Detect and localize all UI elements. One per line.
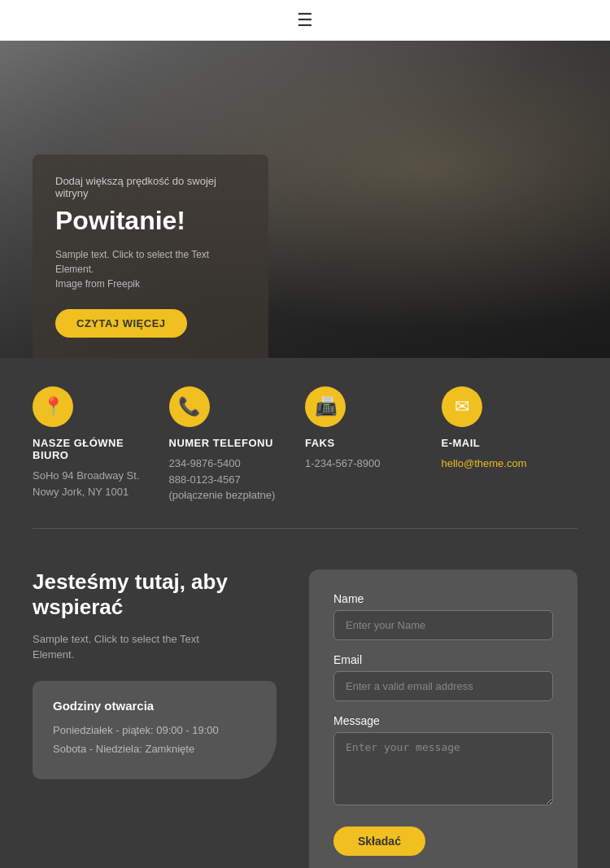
office-label: NASZE GŁÓWNE BIURO — [33, 437, 157, 461]
hero-title: Powitanie! — [55, 206, 246, 236]
message-group: Message — [333, 714, 553, 809]
hero-section: Dodaj większą prędkość do swojej witryny… — [0, 41, 610, 358]
section-title: Jesteśmy tutaj, aby wspierać — [33, 569, 277, 620]
contact-item-email: ✉ E-MAIL hello@theme.com — [442, 386, 578, 504]
office-address: SoHo 94 Broadway St. Nowy Jork, NY 1001 — [33, 468, 157, 499]
email-link[interactable]: hello@theme.com — [442, 457, 527, 469]
contact-item-phone: 📞 NUMER TELEFONU 234-9876-5400 888-0123-… — [169, 386, 306, 504]
weekday-hours: Poniedziałek - piątek: 09:00 - 19:00 — [53, 724, 256, 736]
contact-info-section: 📍 NASZE GŁÓWNE BIURO SoHo 94 Broadway St… — [0, 358, 610, 528]
fax-icon: 📠 — [305, 386, 346, 427]
hero-description: Sample text. Click to select the Text El… — [55, 247, 246, 291]
phone-value: 234-9876-5400 888-0123-4567 (połączenie … — [169, 456, 294, 504]
weekend-hours: Sobota - Niedziela: Zamknięte — [53, 743, 256, 755]
contact-item-fax: 📠 FAKS 1-234-567-8900 — [305, 386, 442, 504]
fax-value: 1-234-567-8900 — [305, 456, 429, 472]
bottom-section: Jesteśmy tutaj, aby wspierać Sample text… — [0, 529, 610, 869]
name-group: Name — [333, 592, 553, 640]
left-column: Jesteśmy tutaj, aby wspierać Sample text… — [33, 569, 277, 779]
phone-icon: 📞 — [169, 386, 210, 427]
contact-form: Name Email Message Składać — [309, 569, 577, 869]
section-description: Sample text. Click to select the Text El… — [33, 631, 277, 663]
email-label: E-MAIL — [442, 437, 566, 449]
message-input[interactable] — [333, 732, 553, 805]
name-label: Name — [333, 592, 553, 605]
contact-item-office: 📍 NASZE GŁÓWNE BIURO SoHo 94 Broadway St… — [33, 386, 169, 504]
phone-label: NUMER TELEFONU — [169, 437, 294, 449]
name-input[interactable] — [333, 610, 553, 640]
hero-subtitle: Dodaj większą prędkość do swojej witryny — [55, 175, 246, 199]
hours-title: Godziny otwarcia — [53, 699, 256, 713]
email-group: Email — [333, 653, 553, 701]
hero-overlay-card: Dodaj większą prędkość do swojej witryny… — [33, 155, 268, 358]
hamburger-icon[interactable]: ☰ — [297, 10, 313, 31]
header: ☰ — [0, 0, 610, 41]
email-field-label: Email — [333, 653, 553, 666]
email-input[interactable] — [333, 671, 553, 701]
right-column: Name Email Message Składać — [309, 569, 577, 869]
message-label: Message — [333, 714, 553, 727]
location-icon: 📍 — [33, 386, 73, 427]
read-more-button[interactable]: CZYTAJ WIĘCEJ — [55, 309, 187, 338]
email-icon: ✉ — [442, 386, 482, 427]
fax-label: FAKS — [305, 437, 429, 449]
submit-button[interactable]: Składać — [333, 827, 425, 856]
hours-card: Godziny otwarcia Poniedziałek - piątek: … — [33, 681, 277, 779]
